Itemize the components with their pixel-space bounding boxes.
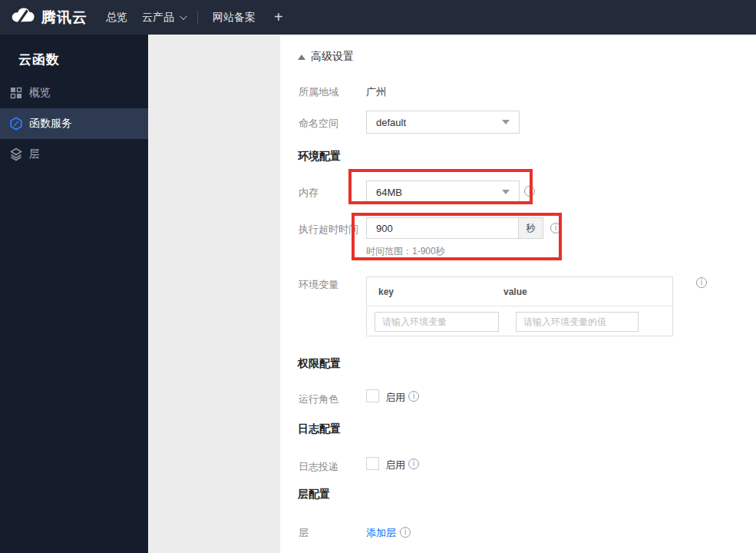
region-value: 广州: [366, 85, 386, 99]
advanced-settings-toggle[interactable]: 高级设置: [298, 50, 354, 64]
chevron-down-icon: [502, 190, 510, 194]
run-role-checkbox[interactable]: [366, 389, 379, 402]
settings-panel: 高级设置 所属地域 广州 命名空间 default 环境配置 内存 64MB 执…: [280, 35, 756, 553]
timeout-label: 执行超时时间: [299, 223, 358, 237]
tencent-cloud-logo-icon: [10, 7, 36, 28]
topbar: 腾讯云 总览 云产品 网站备案 +: [0, 0, 756, 35]
memory-select[interactable]: 64MB: [366, 180, 520, 204]
chevron-down-icon: [502, 120, 510, 124]
sidebar-item-label: 概览: [29, 86, 51, 100]
section-permission-config: 权限配置: [298, 357, 341, 371]
add-layer-link[interactable]: 添加层: [366, 526, 396, 540]
timeout-hint: 时间范围：1-900秒: [366, 245, 445, 258]
product-title: 云函数: [0, 35, 148, 68]
layer-info-icon[interactable]: [400, 527, 411, 538]
memory-label: 内存: [299, 186, 319, 200]
nav-divider: [197, 11, 198, 25]
log-delivery-info-icon[interactable]: [408, 459, 419, 469]
nav-overview[interactable]: 总览: [106, 0, 127, 35]
advanced-settings-label: 高级设置: [311, 50, 354, 64]
sidebar-item-overview[interactable]: 概览: [0, 78, 148, 108]
layer-label: 层: [299, 526, 309, 540]
timeout-info-icon[interactable]: [550, 223, 561, 233]
region-label: 所属地域: [299, 85, 338, 99]
log-delivery-enable-label: 启用: [385, 459, 405, 472]
namespace-select[interactable]: default: [366, 111, 520, 134]
env-value-input[interactable]: [516, 312, 639, 332]
secondary-panel: [148, 35, 280, 553]
section-env-config: 环境配置: [298, 150, 341, 164]
run-role-label: 运行角色: [299, 392, 338, 406]
timeout-input-group: 秒: [366, 217, 543, 239]
sidebar-menu: 概览 函数服务 层: [0, 78, 148, 170]
sidebar-item-label: 函数服务: [29, 117, 72, 131]
env-vars-info-icon[interactable]: [696, 277, 707, 288]
env-vars-label: 环境变量: [299, 278, 338, 292]
nav-products[interactable]: 云产品: [142, 0, 185, 35]
sidebar-item-label: 层: [29, 147, 40, 161]
namespace-label: 命名空间: [299, 117, 338, 131]
nav-icp-filing[interactable]: 网站备案: [213, 0, 256, 35]
env-vars-table: key value: [366, 276, 673, 336]
nav-products-label: 云产品: [142, 11, 174, 25]
env-vars-row: [367, 306, 672, 336]
sidebar-item-layers[interactable]: 层: [0, 139, 148, 170]
timeout-input[interactable]: [366, 217, 518, 239]
chevron-down-icon: [180, 12, 187, 20]
log-delivery-label: 日志投递: [299, 460, 338, 474]
section-log-config: 日志配置: [298, 422, 341, 436]
timeout-unit: 秒: [518, 217, 543, 239]
env-value-column-header: value: [503, 286, 527, 297]
hexagon-function-icon: [9, 117, 23, 131]
env-key-column-header: key: [367, 286, 503, 297]
memory-info-icon[interactable]: [524, 186, 535, 197]
grid-icon: [9, 86, 23, 100]
triangle-up-icon: [298, 55, 305, 60]
sidebar: 云函数 概览 函数服务: [0, 35, 148, 553]
namespace-selected-value: default: [376, 117, 406, 128]
layers-icon: [9, 147, 23, 161]
tencent-cloud-brand[interactable]: 腾讯云: [10, 0, 87, 35]
env-key-input[interactable]: [375, 312, 499, 332]
run-role-enable-label: 启用: [385, 391, 405, 405]
sidebar-item-function-service[interactable]: 函数服务: [0, 108, 148, 139]
section-layer-config: 层配置: [298, 488, 330, 502]
run-role-info-icon[interactable]: [408, 391, 419, 402]
brand-name: 腾讯云: [41, 8, 87, 28]
memory-selected-value: 64MB: [376, 187, 402, 198]
add-product-tab-button[interactable]: +: [274, 0, 283, 35]
log-delivery-checkbox[interactable]: [366, 457, 379, 470]
env-vars-header: key value: [367, 277, 672, 306]
